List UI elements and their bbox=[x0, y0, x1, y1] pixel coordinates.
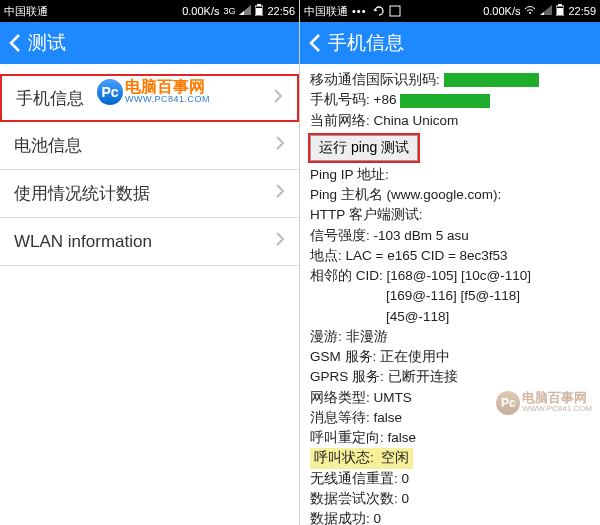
phone-info-body: 移动通信国际识别码: 手机号码: +86 当前网络: China Unicom … bbox=[300, 64, 600, 525]
clock: 22:56 bbox=[267, 5, 295, 17]
list-item-phone-info[interactable]: 手机信息 Pc 电脑百事网 WWW.PC841.COM bbox=[0, 74, 299, 122]
network-type-label: 3G bbox=[223, 6, 235, 16]
list-item-battery-info[interactable]: 电池信息 bbox=[0, 122, 299, 170]
svg-point-6 bbox=[529, 12, 531, 14]
phone-number-row: 手机号码: +86 bbox=[310, 90, 590, 110]
redacted-bar bbox=[444, 73, 539, 87]
chevron-right-icon bbox=[273, 88, 283, 109]
settings-list: 手机信息 Pc 电脑百事网 WWW.PC841.COM 电池信息 使用情况统计数… bbox=[0, 64, 299, 266]
list-item-label: 使用情况统计数据 bbox=[14, 182, 150, 205]
ping-host-row: Ping 主机名 (www.google.com): bbox=[310, 185, 590, 205]
svg-rect-4 bbox=[256, 8, 262, 15]
svg-rect-11 bbox=[557, 8, 563, 15]
carrier-label: 中国联通 bbox=[304, 4, 348, 19]
status-bar-right: 中国联通 ••• 0.00K/s 22:59 bbox=[300, 0, 600, 22]
network-type-row: 网络类型: UMTS bbox=[310, 388, 590, 408]
neighbors-row: 相邻的 CID: [168@-105] [10c@-110] bbox=[310, 266, 590, 286]
data-speed: 0.00K/s bbox=[483, 5, 520, 17]
call-redirect-row: 呼叫重定向: false bbox=[310, 428, 590, 448]
location-row: 地点: LAC = e165 CID = 8ec3f53 bbox=[310, 246, 590, 266]
more-icon: ••• bbox=[352, 5, 367, 17]
chevron-right-icon bbox=[275, 135, 285, 156]
data-attempts-row: 数据尝试次数: 0 bbox=[310, 489, 590, 509]
list-item-label: WLAN information bbox=[14, 232, 152, 252]
header-title: 测试 bbox=[28, 30, 66, 56]
imei-row: 移动通信国际识别码: bbox=[310, 70, 590, 90]
svg-marker-0 bbox=[239, 5, 251, 15]
left-screen: 中国联通 0.00K/s 3G 22:56 测试 手机信息 Pc 电脑百事网 bbox=[0, 0, 300, 525]
neighbors-row-2: [169@-116] [f5@-118] bbox=[310, 286, 590, 306]
square-icon bbox=[389, 5, 401, 17]
message-waiting-row: 消息等待: false bbox=[310, 408, 590, 428]
list-item-label: 电池信息 bbox=[14, 134, 82, 157]
battery-icon bbox=[255, 4, 263, 18]
chevron-right-icon bbox=[275, 231, 285, 252]
data-speed: 0.00K/s bbox=[182, 5, 219, 17]
chevron-right-icon bbox=[275, 183, 285, 204]
notification-tray bbox=[373, 5, 401, 17]
roaming-row: 漫游: 非漫游 bbox=[310, 327, 590, 347]
header-right: 手机信息 bbox=[300, 22, 600, 64]
status-bar-left: 中国联通 0.00K/s 3G 22:56 bbox=[0, 0, 299, 22]
signal-icon bbox=[239, 5, 251, 17]
svg-rect-5 bbox=[390, 6, 400, 16]
clock: 22:59 bbox=[568, 5, 596, 17]
header-title: 手机信息 bbox=[328, 30, 404, 56]
call-state-row: 呼叫状态: 空闲 bbox=[310, 448, 590, 468]
watermark-logo: Pc 电脑百事网 WWW.PC841.COM bbox=[97, 79, 210, 105]
run-ping-test-button[interactable]: 运行 ping 测试 bbox=[310, 135, 418, 161]
gprs-service-row: GPRS 服务: 已断开连接 bbox=[310, 367, 590, 387]
back-icon[interactable] bbox=[8, 33, 22, 53]
neighbors-row-3: [45@-118] bbox=[310, 307, 590, 327]
signal-strength-row: 信号强度: -103 dBm 5 asu bbox=[310, 226, 590, 246]
svg-marker-7 bbox=[540, 5, 552, 15]
http-test-row: HTTP 客户端测试: bbox=[310, 205, 590, 225]
signal-icon bbox=[540, 5, 552, 17]
loop-icon bbox=[373, 5, 385, 17]
carrier-label: 中国联通 bbox=[4, 4, 48, 19]
wifi-icon bbox=[524, 5, 536, 17]
list-item-wlan-info[interactable]: WLAN information bbox=[0, 218, 299, 266]
radio-reset-row: 无线通信重置: 0 bbox=[310, 469, 590, 489]
list-item-label: 手机信息 bbox=[16, 87, 84, 110]
list-item-usage-stats[interactable]: 使用情况统计数据 bbox=[0, 170, 299, 218]
ping-ip-row: Ping IP 地址: bbox=[310, 165, 590, 185]
data-success-row: 数据成功: 0 bbox=[310, 509, 590, 525]
current-network-row: 当前网络: China Unicom bbox=[310, 111, 590, 131]
right-screen: 中国联通 ••• 0.00K/s 22:59 手机信息 移动通信国际识 bbox=[300, 0, 600, 525]
back-icon[interactable] bbox=[308, 33, 322, 53]
redacted-bar bbox=[400, 94, 490, 108]
battery-icon bbox=[556, 4, 564, 18]
gsm-service-row: GSM 服务: 正在使用中 bbox=[310, 347, 590, 367]
header-left: 测试 bbox=[0, 22, 299, 64]
